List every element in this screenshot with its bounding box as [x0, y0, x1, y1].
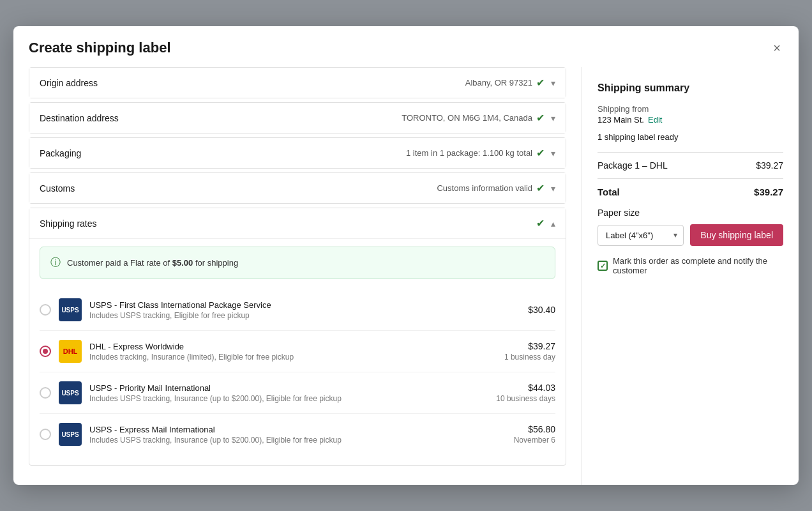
customs-check-icon: ✔ — [536, 182, 545, 194]
shipping-summary-title: Shipping summary — [598, 82, 783, 94]
origin-check-icon: ✔ — [536, 77, 545, 89]
rate-time-2: 10 business days — [496, 394, 555, 403]
destination-chevron-icon: ▾ — [551, 113, 555, 123]
edit-address-link[interactable]: Edit — [648, 115, 662, 125]
accordion-customs-header[interactable]: Customs Customs information valid ✔ ▾ — [29, 173, 566, 203]
shipping-rates-check-icon: ✔ — [536, 217, 545, 229]
paper-size-row: Label (4"x6") Letter (8.5"x11") Buy ship… — [598, 224, 783, 246]
accordion-packaging: Packaging 1 item in 1 package: 1.100 kg … — [29, 137, 566, 169]
notify-checkbox[interactable] — [598, 261, 608, 271]
notify-row: Mark this order as complete and notify t… — [598, 256, 783, 275]
packaging-check-icon: ✔ — [536, 147, 545, 159]
flat-rate-text: Customer paid a Flat rate of $5.00 for s… — [67, 258, 238, 268]
origin-chevron-icon: ▾ — [551, 78, 555, 88]
rate-name-2: USPS - Priority Mail International — [89, 383, 488, 393]
accordion-customs: Customs Customs information valid ✔ ▾ — [29, 172, 566, 204]
shipping-from-address: 123 Main St. Edit — [598, 115, 783, 125]
total-price-text: $39.27 — [754, 187, 783, 197]
rate-price-2: $44.03 10 business days — [496, 383, 555, 403]
rate-price-1: $39.27 1 business day — [504, 341, 555, 362]
accordion-destination-header[interactable]: Destination address TORONTO, ON M6G 1M4,… — [29, 103, 566, 133]
paper-size-select[interactable]: Label (4"x6") Letter (8.5"x11") — [598, 225, 684, 246]
carrier-logo-1: DHL — [59, 340, 82, 363]
rate-name-3: USPS - Express Mail International — [89, 425, 506, 434]
total-label-text: Total — [598, 187, 620, 197]
summary-divider-1 — [598, 152, 783, 153]
rate-amount-3: $56.80 — [514, 424, 555, 434]
close-button[interactable]: × — [771, 39, 783, 57]
modal-body: Origin address Albany, OR 97321 ✔ ▾ Dest… — [13, 67, 799, 485]
create-shipping-label-modal: Create shipping label × Origin address A… — [13, 26, 799, 485]
rate-name-0: USPS - First Class International Package… — [89, 300, 520, 310]
total-row: Total $39.27 — [598, 187, 783, 197]
shipping-from-label: Shipping from — [598, 104, 783, 114]
accordion-origin-header[interactable]: Origin address Albany, OR 97321 ✔ ▾ — [29, 68, 566, 98]
rate-option-0[interactable]: USPS USPS - First Class International Pa… — [40, 289, 555, 331]
customs-label: Customs — [40, 183, 437, 194]
origin-address-text: Albany, OR 97321 — [465, 78, 532, 88]
customs-status: Customs information valid ✔ — [437, 182, 545, 194]
rate-radio-0[interactable] — [40, 304, 51, 316]
customs-chevron-icon: ▾ — [551, 183, 555, 194]
main-panel: Origin address Albany, OR 97321 ✔ ▾ Dest… — [13, 67, 582, 485]
rate-radio-1[interactable] — [40, 346, 51, 357]
buy-shipping-label-button[interactable]: Buy shipping label — [690, 224, 783, 246]
rate-amount-2: $44.03 — [496, 383, 555, 393]
paper-size-select-wrapper: Label (4"x6") Letter (8.5"x11") — [598, 225, 684, 246]
destination-check-icon: ✔ — [536, 112, 545, 124]
rate-desc-3: Includes USPS tracking, Insurance (up to… — [89, 436, 506, 445]
paper-size-label: Paper size — [598, 208, 783, 218]
flat-rate-amount: $5.00 — [172, 258, 193, 268]
shipping-rates-label: Shipping rates — [40, 218, 536, 229]
summary-divider-2 — [598, 178, 783, 179]
shipping-rates-chevron-icon: ▴ — [551, 218, 555, 229]
rate-time-3: November 6 — [514, 436, 555, 445]
notify-text: Mark this order as complete and notify t… — [613, 256, 783, 275]
rate-desc-1: Includes tracking, Insurance (limited), … — [89, 353, 497, 362]
packaging-status: 1 item in 1 package: 1.100 kg total ✔ — [406, 147, 545, 159]
rate-option-1[interactable]: DHL DHL - Express Worldwide Includes tra… — [40, 331, 555, 372]
origin-status: Albany, OR 97321 ✔ — [465, 77, 545, 89]
package-row: Package 1 – DHL $39.27 — [598, 160, 783, 171]
rate-radio-3[interactable] — [40, 429, 51, 440]
rate-desc-0: Includes USPS tracking, Eligible for fre… — [89, 311, 520, 320]
carrier-logo-2: USPS — [59, 381, 82, 404]
package-label-text: Package 1 – DHL — [598, 160, 668, 171]
accordion-origin: Origin address Albany, OR 97321 ✔ ▾ — [29, 67, 566, 98]
carrier-logo-0: USPS — [59, 298, 82, 321]
customs-status-text: Customs information valid — [437, 183, 532, 193]
rate-time-1: 1 business day — [504, 353, 555, 362]
modal-header: Create shipping label × — [13, 26, 799, 67]
origin-label: Origin address — [40, 78, 465, 88]
info-circle-icon: ⓘ — [50, 256, 61, 270]
packaging-label: Packaging — [40, 148, 406, 158]
shipping-rates-status: ✔ — [536, 217, 545, 229]
rate-options-list: USPS USPS - First Class International Pa… — [40, 289, 555, 455]
rate-option-2[interactable]: USPS USPS - Priority Mail International … — [40, 372, 555, 414]
shipping-address-text: 123 Main St. — [598, 115, 644, 125]
rate-desc-2: Includes USPS tracking, Insurance (up to… — [89, 394, 488, 403]
rate-amount-0: $30.40 — [528, 305, 555, 315]
rate-info-3: USPS - Express Mail International Includ… — [89, 425, 506, 445]
destination-address-text: TORONTO, ON M6G 1M4, Canada — [402, 113, 532, 123]
accordion-shipping-rates: Shipping rates ✔ ▴ ⓘ Customer paid a Fla… — [29, 208, 566, 466]
destination-status: TORONTO, ON M6G 1M4, Canada ✔ — [402, 112, 545, 124]
rate-info-0: USPS - First Class International Package… — [89, 300, 520, 320]
flat-rate-info-banner: ⓘ Customer paid a Flat rate of $5.00 for… — [40, 247, 555, 279]
rate-option-3[interactable]: USPS USPS - Express Mail International I… — [40, 414, 555, 455]
label-ready-text: 1 shipping label ready — [598, 132, 783, 142]
accordion-packaging-header[interactable]: Packaging 1 item in 1 package: 1.100 kg … — [29, 138, 566, 168]
accordion-shipping-rates-header[interactable]: Shipping rates ✔ ▴ — [29, 208, 566, 238]
carrier-logo-3: USPS — [59, 423, 82, 446]
rate-info-1: DHL - Express Worldwide Includes trackin… — [89, 342, 497, 362]
rate-amount-1: $39.27 — [504, 341, 555, 351]
packaging-status-text: 1 item in 1 package: 1.100 kg total — [406, 148, 532, 158]
sidebar-panel: Shipping summary Shipping from 123 Main … — [582, 67, 799, 485]
destination-label: Destination address — [40, 113, 402, 123]
rate-radio-2[interactable] — [40, 387, 51, 399]
accordion-destination: Destination address TORONTO, ON M6G 1M4,… — [29, 102, 566, 133]
rate-info-2: USPS - Priority Mail International Inclu… — [89, 383, 488, 403]
rate-price-0: $30.40 — [528, 305, 555, 315]
modal-title: Create shipping label — [29, 40, 171, 56]
rate-price-3: $56.80 November 6 — [514, 424, 555, 445]
